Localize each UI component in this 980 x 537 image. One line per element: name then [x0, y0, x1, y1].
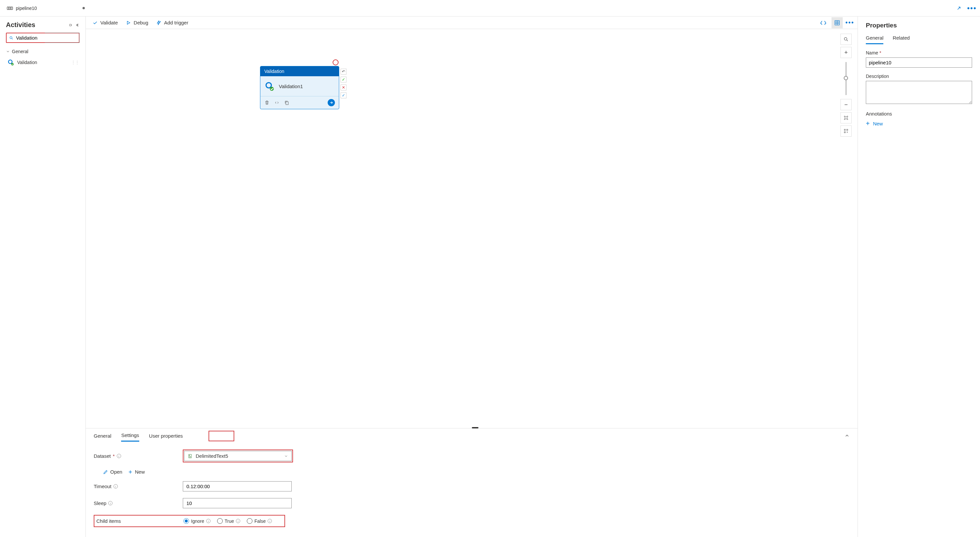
svg-rect-2 — [11, 6, 13, 9]
tab-general[interactable]: General — [94, 433, 111, 441]
chevron-down-icon — [284, 454, 288, 458]
zoom-in-button[interactable]: + — [840, 47, 852, 58]
dataset-label: Dataset * i — [94, 453, 183, 459]
description-label: Description — [866, 73, 972, 79]
pencil-icon — [103, 469, 108, 475]
activities-title: Activities — [6, 21, 35, 29]
red-circle-annotation — [332, 59, 339, 65]
validation-node[interactable]: Validation Validation1 — [260, 66, 339, 109]
description-input[interactable] — [866, 81, 972, 104]
tab-user-properties[interactable]: User properties — [149, 433, 183, 441]
search-icon — [9, 36, 14, 40]
svg-rect-11 — [845, 117, 847, 119]
fail-connector-icon[interactable]: ✕ — [340, 84, 347, 91]
radio-true[interactable]: True i — [217, 518, 240, 524]
delete-icon[interactable] — [264, 100, 270, 105]
sleep-input[interactable] — [183, 498, 292, 508]
svg-point-10 — [845, 38, 847, 40]
chevron-down-icon — [6, 49, 10, 53]
zoom-out-button[interactable]: − — [840, 99, 852, 110]
copy-icon[interactable] — [284, 100, 290, 105]
tab-bar: pipeline10 ••• — [0, 0, 980, 16]
activities-search[interactable] — [6, 33, 80, 43]
trigger-icon — [156, 20, 161, 25]
info-icon[interactable]: i — [206, 519, 210, 523]
play-icon — [126, 20, 131, 25]
add-trigger-button[interactable]: Add trigger — [156, 20, 188, 25]
svg-rect-15 — [189, 454, 191, 458]
dataset-dropdown[interactable]: DelimitedText5 — [184, 451, 292, 461]
svg-rect-0 — [7, 6, 9, 9]
more-icon[interactable]: ••• — [845, 19, 854, 26]
pipeline-toolbar: Validate Debug Add trigger ••• — [86, 16, 858, 29]
svg-point-16 — [189, 455, 190, 456]
dataset-highlight: DelimitedText5 — [183, 449, 293, 462]
plus-icon: + — [866, 120, 870, 127]
braces-icon[interactable] — [274, 100, 280, 105]
properties-toggle-button[interactable] — [832, 17, 843, 29]
properties-title: Properties — [866, 22, 972, 29]
timeout-input[interactable] — [183, 481, 292, 491]
sleep-label: Sleep i — [94, 500, 183, 506]
panel-collapse-icon[interactable] — [845, 433, 850, 438]
info-icon[interactable]: i — [108, 501, 113, 505]
drag-grip-icon: ⋮⋮ — [71, 60, 79, 65]
svg-rect-1 — [9, 6, 11, 9]
search-input[interactable] — [16, 35, 76, 41]
settings-panel: General Settings User properties Dataset… — [86, 428, 858, 537]
success-connector-icon[interactable]: ✓ — [340, 76, 347, 83]
activity-label: Validation — [17, 60, 37, 65]
section-general[interactable]: General — [6, 47, 80, 56]
properties-panel: Properties General Related Name * Descri… — [858, 16, 980, 537]
plus-icon — [128, 469, 133, 475]
code-view-button[interactable] — [818, 17, 829, 29]
svg-point-8 — [270, 87, 274, 91]
childitems-highlight: Child items Ignore i True i False — [94, 515, 285, 527]
radio-false[interactable]: False i — [247, 518, 272, 524]
annotations-label: Annotations — [866, 111, 972, 116]
timeout-label: Timeout i — [94, 484, 183, 489]
layout-button[interactable] — [840, 126, 852, 137]
activity-validation[interactable]: Validation ⋮⋮ — [6, 56, 80, 69]
node-header: Validation — [260, 66, 339, 76]
validate-button[interactable]: Validate — [92, 20, 118, 25]
childitems-label: Child items — [96, 518, 183, 524]
node-connectors: ↶ ✓ ✕ ✓ — [340, 69, 347, 98]
info-icon[interactable]: i — [236, 519, 240, 523]
svg-rect-9 — [286, 102, 288, 105]
completion-connector-icon[interactable]: ✓ — [340, 92, 347, 98]
check-icon — [92, 20, 98, 25]
arrow-icon[interactable] — [328, 99, 335, 106]
info-icon[interactable]: i — [267, 519, 272, 523]
prop-tab-general[interactable]: General — [866, 35, 883, 44]
prop-tab-related[interactable]: Related — [892, 35, 910, 44]
name-input[interactable] — [866, 57, 972, 68]
expand-icon[interactable] — [956, 5, 962, 11]
zoom-slider[interactable] — [846, 62, 846, 95]
info-icon[interactable]: i — [117, 454, 121, 458]
unsaved-indicator-icon — [83, 7, 85, 9]
tab-title: pipeline10 — [16, 6, 37, 11]
activities-sidebar: Activities General Validation ⋮⋮ — [0, 16, 86, 537]
more-icon[interactable]: ••• — [967, 4, 977, 13]
pipeline-canvas[interactable]: Validation Validation1 ↶ ✓ — [86, 29, 858, 428]
undo-connector-icon[interactable]: ↶ — [340, 69, 347, 75]
svg-rect-12 — [845, 129, 845, 131]
svg-rect-14 — [845, 132, 845, 133]
tab-settings[interactable]: Settings — [121, 432, 139, 441]
svg-point-3 — [10, 36, 12, 38]
radio-ignore[interactable]: Ignore i — [183, 518, 210, 524]
pipeline-tab[interactable]: pipeline10 — [3, 0, 89, 16]
new-dataset-button[interactable]: New — [128, 469, 145, 475]
canvas-search-button[interactable] — [840, 33, 852, 45]
debug-button[interactable]: Debug — [126, 20, 148, 25]
add-annotation-button[interactable]: + New — [866, 120, 972, 127]
fit-button[interactable] — [840, 112, 852, 123]
node-name: Validation1 — [279, 83, 303, 89]
info-icon[interactable]: i — [113, 484, 118, 489]
validation-icon — [264, 81, 275, 91]
name-label: Name * — [866, 50, 972, 56]
validation-icon — [7, 59, 14, 66]
open-dataset-button[interactable]: Open — [103, 469, 123, 475]
sidebar-collapse-icon[interactable] — [69, 23, 80, 27]
